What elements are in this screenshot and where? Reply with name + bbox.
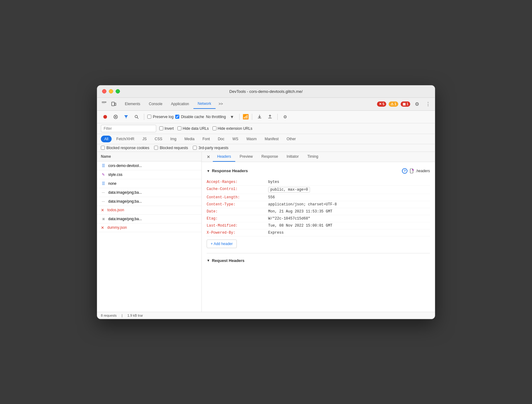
header-row: Content-Length: 556 [207,194,430,201]
invert-checkbox[interactable] [159,126,163,130]
tab-elements[interactable]: Elements [121,99,145,109]
type-filter-manifest[interactable]: Manifest [261,136,282,142]
settings-icon[interactable]: ⚙ [413,100,421,108]
help-icon[interactable]: ? [402,168,407,174]
disable-cache-label[interactable]: Disable cache [175,115,204,119]
doc-icon: ☰ [101,181,106,186]
tab-response[interactable]: Response [257,152,282,162]
type-filter-font[interactable]: Font [199,136,213,142]
headers-file-button[interactable]: .headers [410,168,430,173]
section-actions: ? .headers [402,168,430,174]
header-value-editable[interactable]: public, max-age=0 [268,187,310,192]
preserve-log-checkbox[interactable] [147,115,151,119]
svg-rect-2 [102,103,106,103]
type-filter-css[interactable]: CSS [151,136,166,142]
close-button[interactable] [102,89,106,93]
type-filter-js[interactable]: JS [139,136,150,142]
list-item[interactable]: ☰ none [97,179,201,188]
list-item[interactable]: — data:image/png;ba... [97,188,201,197]
tab-console[interactable]: Console [145,99,167,109]
export-icon[interactable] [266,113,274,121]
tab-icons [100,100,118,108]
blocked-cookies-checkbox[interactable] [101,146,105,150]
tab-more[interactable]: >> [216,99,226,109]
header-value: application/json; charset=UTF-8 [268,202,430,207]
filter-icon[interactable] [122,113,130,121]
toolbar-sep-4 [277,114,278,120]
type-filter-doc[interactable]: Doc [214,136,228,142]
third-party-checkbox[interactable] [193,146,197,150]
header-row: X-Powered-By: Express [207,229,430,236]
warning-count: 1 [395,102,396,106]
tab-network[interactable]: Network [193,99,216,109]
hide-data-urls-label[interactable]: Hide data URLs [177,126,209,131]
header-name: Last-Modified: [207,224,268,228]
device-toolbar-icon[interactable] [109,100,118,108]
hide-extension-label[interactable]: Hide extension URLs [212,126,252,131]
maximize-button[interactable] [116,89,120,93]
blocked-response-cookies-label[interactable]: Blocked response cookies [101,146,149,150]
devtools-window: DevTools - cors-demo-devtools.glitch.me/… [97,85,435,319]
type-filter-other[interactable]: Other [283,136,299,142]
disable-cache-checkbox[interactable] [175,115,179,119]
list-item[interactable]: ✎ style.css [97,170,201,179]
tab-preview[interactable]: Preview [235,152,257,162]
list-item[interactable]: — data:image/png;ba... [97,197,201,206]
preserve-log-label[interactable]: Preserve log [147,115,173,119]
type-filter-all[interactable]: All [101,136,112,142]
type-filter-media[interactable]: Media [181,136,198,142]
list-item[interactable]: ▣ data:image/png;ba... [97,215,201,224]
section-divider [207,253,430,253]
list-item[interactable]: ☰ cors-demo-devtool... [97,161,201,170]
import-icon[interactable] [255,113,264,121]
header-name: Accept-Ranges: [207,180,268,184]
clear-button[interactable] [111,113,120,121]
tab-bar-right: ✕ 5 ⚠ 1 ▣ 1 ⚙ ⋮ [377,100,432,108]
close-details-button[interactable]: ✕ [204,152,213,162]
error-icon: ✕ [101,225,104,230]
header-row: Content-Type: application/json; charset=… [207,201,430,208]
filter-input[interactable] [101,125,156,132]
hide-data-urls-checkbox[interactable] [177,126,181,130]
search-icon[interactable] [132,113,141,121]
request-headers-title[interactable]: ▼ Request Headers [207,258,244,263]
blocked-requests-label[interactable]: Blocked requests [154,146,188,150]
hide-extension-checkbox[interactable] [212,126,216,130]
tab-timing[interactable]: Timing [303,152,323,162]
network-settings-icon[interactable]: ⚙ [281,113,289,121]
list-item[interactable]: ✕ todos.json [97,206,201,215]
warning-badge: ⚠ 1 [389,101,398,107]
svg-rect-3 [102,103,105,104]
type-filter-img[interactable]: Img [167,136,180,142]
header-row: Date: Mon, 21 Aug 2023 11:53:35 GMT [207,208,430,215]
img-icon: — [101,190,106,195]
blocked-requests-checkbox[interactable] [154,146,158,150]
throttle-dropdown-icon[interactable]: ▼ [228,113,236,121]
more-options-icon[interactable]: ⋮ [424,100,432,108]
inspect-icon[interactable] [100,100,108,108]
throttle-text: No throttling [206,115,226,119]
type-filter-wasm[interactable]: Wasm [243,136,260,142]
header-value: Tue, 08 Nov 2022 15:00:01 GMT [268,224,430,228]
preserve-log-text: Preserve log [153,115,173,119]
add-header-button[interactable]: + Add header [207,240,237,248]
tab-application[interactable]: Application [167,99,193,109]
request-name: style.css [108,172,198,177]
header-name: Cache-Control: [207,187,268,192]
invert-filter-label[interactable]: Invert [159,126,174,131]
info-badge: ▣ 1 [401,101,410,107]
type-filter-xhr[interactable]: Fetch/XHR [113,136,138,142]
tab-initiator[interactable]: Initiator [282,152,303,162]
header-row: Cache-Control: public, max-age=0 [207,186,430,194]
header-row: Accept-Ranges: bytes [207,179,430,186]
tab-headers[interactable]: Headers [213,152,235,162]
svg-point-10 [135,115,137,118]
third-party-requests-label[interactable]: 3rd-party requests [193,146,228,150]
type-filter-ws[interactable]: WS [229,136,242,142]
record-stop-button[interactable] [101,113,109,121]
minimize-button[interactable] [109,89,113,93]
list-item[interactable]: ✕ dummy.json [97,224,201,232]
header-value: Mon, 21 Aug 2023 11:53:35 GMT [268,209,430,214]
response-headers-title[interactable]: ▼ Response Headers [207,168,248,173]
collapse-arrow-icon: ▼ [207,259,210,262]
